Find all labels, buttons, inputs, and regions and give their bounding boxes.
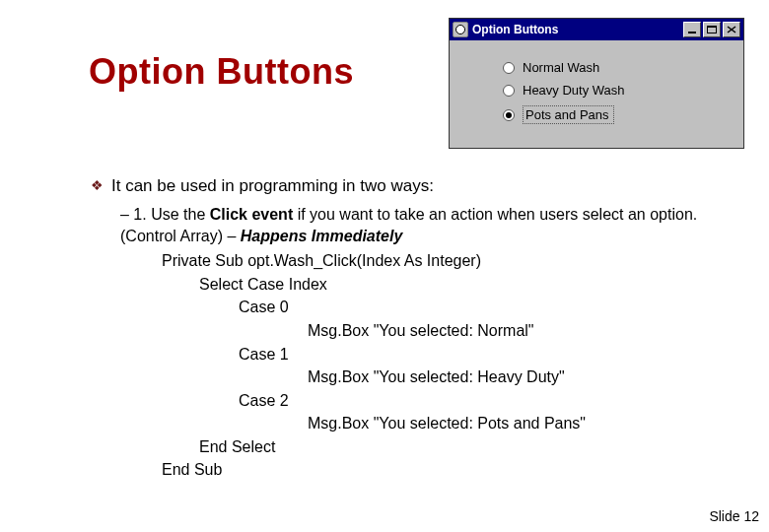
radio-icon [503,85,515,97]
code-line: Case 1 [140,344,730,366]
window-client-area: Normal Wash Heavy Duty Wash Pots and Pan… [450,40,743,148]
bullet-text: It can be used in programming in two way… [111,175,434,198]
click-event-text: Click event [210,206,293,223]
diamond-bullet-icon: ❖ [91,176,104,195]
radio-label: Normal Wash [523,60,599,75]
code-line: Msg.Box "You selected: Pots and Pans" [140,413,730,434]
svg-rect-2 [707,26,717,28]
minimize-button[interactable] [683,22,701,37]
code-line: End Select [140,436,730,458]
app-icon [453,22,468,37]
bullet-level1: ❖ It can be used in programming in two w… [91,175,730,198]
code-line: End Sub [140,459,730,481]
radio-pots-and-pans[interactable]: Pots and Pans [503,105,730,124]
radio-label: Pots and Pans [523,105,614,124]
radio-icon [503,62,515,74]
code-line: Private Sub opt.Wash_Click(Index As Inte… [140,250,730,272]
code-line: Case 2 [140,390,730,412]
window-titlebar: Option Buttons [450,19,743,40]
window-title: Option Buttons [472,23,681,36]
happens-text: Happens Immediately [241,228,403,244]
option-buttons-window: Option Buttons Normal Wash Heavy Duty Wa… [449,18,744,149]
svg-rect-0 [688,32,696,33]
code-line: Msg.Box "You selected: Heavy Duty" [140,366,730,388]
maximize-button[interactable] [703,22,721,37]
radio-normal-wash[interactable]: Normal Wash [503,60,730,75]
code-block: Private Sub opt.Wash_Click(Index As Inte… [140,250,730,481]
radio-icon [503,109,515,121]
close-button[interactable] [723,22,740,37]
radio-label: Heavy Duty Wash [523,83,625,98]
bullet-level2: – 1. Use the Click event if you want to … [120,204,730,246]
radio-heavy-duty-wash[interactable]: Heavy Duty Wash [503,83,730,98]
slide-body: ❖ It can be used in programming in two w… [91,175,730,483]
code-line: Select Case Index [140,274,730,296]
code-line: Msg.Box "You selected: Normal" [140,320,730,342]
slide-number: Slide 12 [709,508,759,524]
slide-title: Option Buttons [89,51,354,93]
sub-bullet-prefix: – 1. Use the [120,206,210,223]
code-line: Case 0 [140,297,730,318]
